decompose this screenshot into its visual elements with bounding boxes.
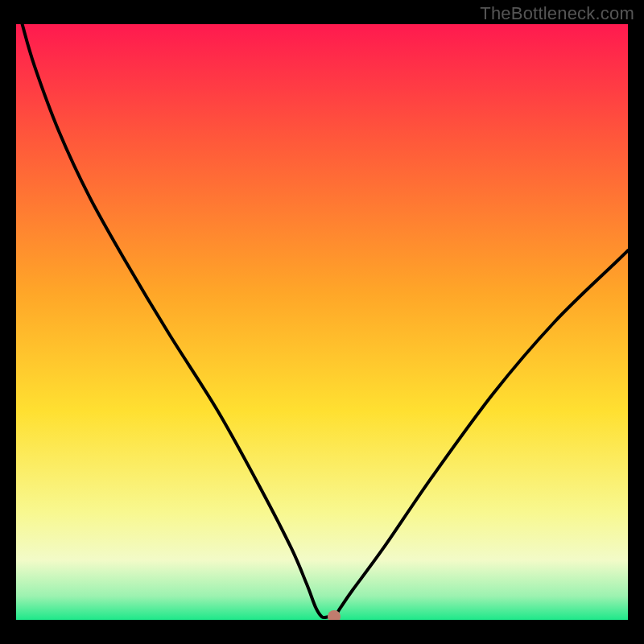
- bottleneck-curve: [16, 24, 628, 620]
- chart-frame: TheBottleneck.com: [0, 0, 644, 644]
- optimal-point-marker: [328, 610, 341, 620]
- plot-area: [16, 24, 628, 620]
- watermark-text: TheBottleneck.com: [480, 3, 634, 24]
